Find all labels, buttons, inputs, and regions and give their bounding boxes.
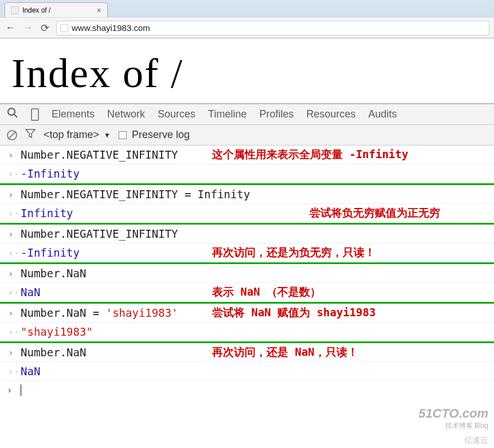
annotation-label: 这个属性用来表示全局变量 -Infinity xyxy=(212,147,408,162)
annotation-label: 尝试将 NaN 赋值为 shayi1983 xyxy=(212,305,376,320)
console-result: -Infinity xyxy=(21,167,80,180)
console-input-row: ›Number.NEGATIVE_INFINITY这个属性用来表示全局变量 -I… xyxy=(0,146,494,164)
reload-button[interactable]: ⟳ xyxy=(39,22,50,34)
chevron-left-icon: ‹· xyxy=(8,247,15,258)
console-output-row: ‹·NaN xyxy=(0,362,494,381)
chevron-left-icon: ‹· xyxy=(8,168,15,179)
console-toolbar: <top frame> ▼ Preserve log xyxy=(0,125,494,146)
frame-selector[interactable]: <top frame> ▼ xyxy=(44,129,111,141)
console-result: NaN xyxy=(21,286,40,298)
chevron-right-icon: › xyxy=(8,268,15,279)
devtools-tabs: Elements Network Sources Timeline Profil… xyxy=(0,104,494,125)
console-input-row: ›Number.NEGATIVE_INFINITY = Infinity xyxy=(0,185,494,204)
preserve-log-checkbox[interactable]: Preserve log xyxy=(119,129,190,141)
chevron-left-icon: ‹· xyxy=(8,327,15,337)
preserve-log-label: Preserve log xyxy=(132,129,190,140)
cursor xyxy=(21,384,21,396)
favicon-icon xyxy=(11,6,19,14)
console-code: Number.NaN xyxy=(21,267,86,280)
console-code: Number.NaN = 'shayi1983' xyxy=(21,306,178,319)
browser-tab[interactable]: Index of / × xyxy=(5,2,108,17)
svg-line-1 xyxy=(14,115,17,117)
page-content: Index of / xyxy=(0,38,494,103)
console-input-row: ›Number.NEGATIVE_INFINITY xyxy=(0,225,494,243)
browser-chrome: Index of / × ← → ⟳ xyxy=(0,0,494,38)
prompt-icon: › xyxy=(8,385,15,395)
devtools: Elements Network Sources Timeline Profil… xyxy=(0,103,494,399)
frame-selector-label: <top frame> xyxy=(44,129,99,141)
console-output-row: ‹·"shayi1983" xyxy=(0,323,494,343)
chevron-right-icon: › xyxy=(8,347,15,358)
annotation-label: 再次访问，还是为负无穷，只读！ xyxy=(212,245,375,260)
annotation-label: 表示 NaN （不是数） xyxy=(212,285,321,300)
console-input-row: ›Number.NaN = 'shayi1983'尝试将 NaN 赋值为 sha… xyxy=(0,304,494,323)
console-result: -Infinity xyxy=(21,246,80,259)
console-output-row: ‹·Infinity尝试将负无穷赋值为正无穷 xyxy=(0,204,494,225)
search-icon[interactable] xyxy=(7,107,18,121)
console-output-row: ‹·-Infinity xyxy=(0,164,494,185)
address-bar[interactable] xyxy=(56,21,489,36)
page-heading: Index of / xyxy=(11,50,483,97)
site-icon xyxy=(60,24,68,32)
tab-bar: Index of / × xyxy=(0,0,494,17)
url-input[interactable] xyxy=(72,23,485,33)
tab-resources[interactable]: Resources xyxy=(307,108,356,120)
console-output-row: ‹·-Infinity再次访问，还是为负无穷，只读！ xyxy=(0,243,494,264)
console-result: NaN xyxy=(21,365,40,378)
console-code: Number.NEGATIVE_INFINITY = Infinity xyxy=(21,188,250,201)
checkbox-icon xyxy=(119,131,127,139)
browser-toolbar: ← → ⟳ xyxy=(0,17,494,38)
console-code: Number.NaN xyxy=(21,346,86,359)
chevron-left-icon: ‹· xyxy=(8,287,15,298)
tab-profiles[interactable]: Profiles xyxy=(259,108,293,120)
chevron-down-icon: ▼ xyxy=(104,131,111,139)
svg-point-0 xyxy=(8,108,15,115)
tab-sources[interactable]: Sources xyxy=(158,108,195,120)
console-input-row: ›Number.NaN xyxy=(0,264,494,283)
console-result: Infinity xyxy=(21,207,73,219)
tab-network[interactable]: Network xyxy=(107,108,145,120)
console-code: Number.NEGATIVE_INFINITY xyxy=(21,227,178,240)
console-output: ›Number.NEGATIVE_INFINITY这个属性用来表示全局变量 -I… xyxy=(0,146,494,381)
chevron-right-icon: › xyxy=(8,150,15,160)
filter-icon[interactable] xyxy=(25,128,36,142)
forward-button[interactable]: → xyxy=(22,22,33,34)
console-output-row: ‹·NaN表示 NaN （不是数） xyxy=(0,283,494,304)
chevron-left-icon: ‹· xyxy=(8,208,15,219)
annotation-label: 再次访问，还是 NaN，只读！ xyxy=(212,345,358,360)
tab-audits[interactable]: Audits xyxy=(368,108,397,120)
device-icon[interactable] xyxy=(31,108,39,121)
clear-console-icon[interactable] xyxy=(7,130,17,140)
tab-timeline[interactable]: Timeline xyxy=(208,108,246,120)
console-prompt[interactable]: › xyxy=(0,381,494,399)
chevron-left-icon: ‹· xyxy=(8,366,15,377)
tab-elements[interactable]: Elements xyxy=(52,108,95,120)
chevron-right-icon: › xyxy=(8,189,15,200)
close-icon[interactable]: × xyxy=(97,6,101,14)
console-code: Number.NEGATIVE_INFINITY xyxy=(21,148,178,161)
chevron-right-icon: › xyxy=(8,229,15,239)
chevron-right-icon: › xyxy=(8,308,15,319)
annotation-label: 尝试将负无穷赋值为正无穷 xyxy=(309,206,440,221)
back-button[interactable]: ← xyxy=(5,22,16,34)
console-result: "shayi1983" xyxy=(21,325,93,338)
tab-title: Index of / xyxy=(22,6,50,14)
console-input-row: ›Number.NaN再次访问，还是 NaN，只读！ xyxy=(0,343,494,362)
